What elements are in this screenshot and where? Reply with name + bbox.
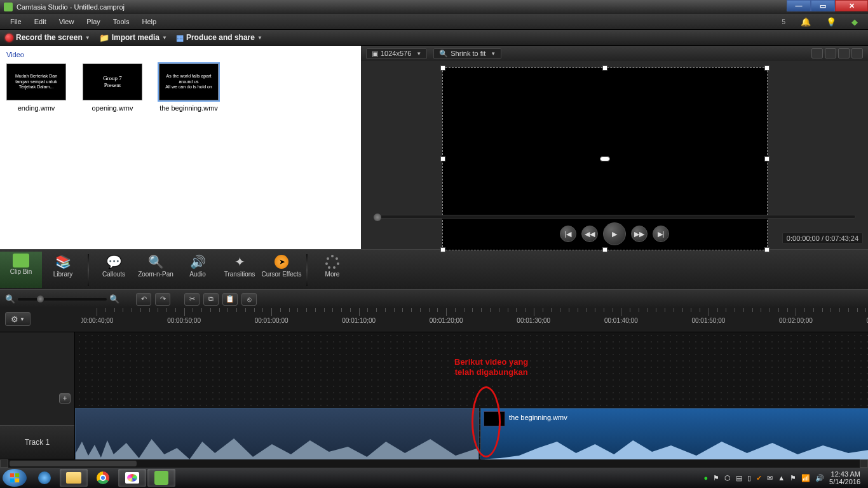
svg-rect-4: [15, 478, 19, 482]
library-icon: 📚: [53, 254, 72, 270]
menu-edit[interactable]: Edit: [28, 17, 53, 27]
timeline-hscroll[interactable]: [0, 459, 868, 468]
clip-bin-panel: Video Mudah Berteriak Dan tangan sempat …: [0, 46, 361, 249]
zoom-out-icon[interactable]: 🔍: [5, 294, 15, 304]
library-button[interactable]: 📚Library: [42, 252, 84, 288]
timeline-clip[interactable]: the beginning.wmv: [480, 408, 868, 461]
menu-play[interactable]: Play: [80, 17, 106, 27]
svg-rect-2: [15, 473, 19, 477]
taskbar-chrome[interactable]: [89, 469, 117, 487]
transitions-icon: ✦: [230, 254, 249, 270]
preview-panel: ▣1024x576▼ 🔍Shrink to fit▼: [361, 46, 868, 249]
add-track-button[interactable]: +: [59, 393, 71, 403]
dimensions-button[interactable]: ▣1024x576▼: [366, 48, 427, 59]
scrubber[interactable]: [373, 215, 856, 219]
clip-bin-button[interactable]: Clip Bin: [0, 252, 42, 288]
track-label[interactable]: Track 1: [0, 425, 74, 459]
tray-icon[interactable]: ✉: [767, 474, 773, 482]
ruler-label: 00:01:50;00: [691, 317, 725, 324]
zoom-in-icon[interactable]: 🔍: [109, 294, 119, 304]
callouts-button[interactable]: 💬Callouts: [93, 252, 135, 288]
resize-handle[interactable]: [602, 65, 607, 71]
timeline-clip[interactable]: [75, 408, 479, 461]
tray-icon[interactable]: ▤: [736, 474, 742, 482]
next-clip-button[interactable]: ▶|: [653, 226, 669, 242]
tray-icon[interactable]: ✔: [756, 474, 762, 482]
play-button[interactable]: ▶: [603, 222, 626, 245]
volume-icon[interactable]: 🔊: [815, 474, 824, 482]
clip-name: ending.wmv: [6, 104, 66, 112]
fullscreen-icon[interactable]: [838, 48, 850, 58]
zoom-pan-button[interactable]: 🔍Zoom-n-Pan: [135, 252, 177, 288]
undo-button[interactable]: ↶: [136, 293, 151, 306]
waveform-icon: [76, 409, 478, 462]
chevron-down-icon: ▼: [85, 35, 90, 41]
tray-icon[interactable]: ▯: [747, 474, 751, 482]
main-content: Video Mudah Berteriak Dan tangan sempat …: [0, 46, 868, 249]
minimize-button[interactable]: —: [787, 0, 811, 11]
timeline-ruler[interactable]: ⚙ ▼ 00:00:40;0000:00:50;0000:01:00;0000:…: [0, 308, 868, 332]
more-button[interactable]: More: [311, 252, 353, 288]
bell-icon[interactable]: 🔔: [794, 16, 817, 28]
clip-name: the beginning.wmv: [159, 104, 219, 112]
pan-icon[interactable]: [811, 48, 823, 58]
record-screen-button[interactable]: Record the screen▼: [5, 33, 90, 42]
resize-handle[interactable]: [440, 156, 445, 161]
step-fwd-button[interactable]: ▶▶: [631, 226, 648, 242]
zoom-slider[interactable]: [18, 298, 107, 301]
taskbar-app[interactable]: [31, 469, 58, 487]
scroll-right-button[interactable]: [860, 459, 868, 468]
rotate-handle[interactable]: [600, 156, 610, 161]
clip-item[interactable]: Mudah Berteriak Dan tangan sempat untuk …: [6, 64, 66, 112]
taskbar: ● ⚑ ⬡ ▤ ▯ ✔ ✉ ▲ ⚑ 📶 🔊 12:43 AM 5/14/2016: [0, 468, 868, 488]
tray-icon[interactable]: ⚑: [713, 474, 719, 482]
clip-item-selected[interactable]: As the world falls apart around us All w…: [159, 64, 219, 112]
tray-icon[interactable]: ▲: [778, 474, 785, 482]
cursor-effects-button[interactable]: ➤Cursor Effects: [261, 252, 302, 288]
track-header-panel: + Track 1: [0, 332, 75, 466]
menu-view[interactable]: View: [53, 17, 81, 27]
separator: [306, 254, 308, 286]
close-button[interactable]: ✕: [835, 0, 868, 11]
taskbar-explorer[interactable]: [60, 469, 88, 487]
clock[interactable]: 12:43 AM 5/14/2016: [829, 470, 860, 485]
paste-button[interactable]: 📋: [222, 293, 238, 306]
taskbar-camtasia[interactable]: [147, 469, 175, 487]
start-button[interactable]: [3, 469, 27, 487]
tray-icon[interactable]: ●: [704, 474, 709, 482]
menu-tools[interactable]: Tools: [107, 17, 136, 27]
taskbar-paint[interactable]: [118, 469, 146, 487]
resize-handle[interactable]: [764, 65, 770, 71]
redo-button[interactable]: ↷: [155, 293, 170, 306]
split-button[interactable]: ⎋: [241, 293, 257, 306]
step-back-button[interactable]: ◀◀: [581, 226, 598, 242]
resize-handle[interactable]: [440, 65, 445, 71]
tray-icon[interactable]: ⬡: [724, 474, 731, 482]
timeline-body[interactable]: + Track 1 the beginning.wmv: [0, 332, 868, 466]
transitions-button[interactable]: ✦Transitions: [219, 252, 261, 288]
maximize-button[interactable]: ▭: [811, 0, 835, 11]
produce-share-button[interactable]: ▦Produce and share▼: [176, 33, 262, 43]
callout-icon: 💬: [104, 254, 123, 270]
menu-file[interactable]: File: [4, 17, 28, 27]
tray-icon[interactable]: ⚑: [790, 474, 796, 482]
audio-button[interactable]: 🔊Audio: [177, 252, 219, 288]
share-icon[interactable]: ◆: [845, 16, 864, 28]
cut-button[interactable]: ✂: [184, 293, 200, 306]
scroll-handle[interactable]: [10, 461, 137, 466]
resize-handle[interactable]: [764, 156, 770, 161]
zoom-level-button[interactable]: 🔍Shrink to fit▼: [433, 48, 501, 59]
record-icon: [5, 34, 13, 42]
menu-help[interactable]: Help: [135, 17, 163, 27]
detach-icon[interactable]: [851, 48, 863, 58]
import-media-button[interactable]: 📁Import media▼: [99, 33, 167, 43]
copy-button[interactable]: ⧉: [203, 293, 219, 306]
scroll-left-button[interactable]: [0, 459, 8, 468]
timeline-options-button[interactable]: ⚙ ▼: [5, 312, 31, 326]
crop-tool-icon[interactable]: [825, 48, 836, 58]
bulb-icon[interactable]: 💡: [820, 16, 843, 28]
prev-clip-button[interactable]: |◀: [560, 226, 576, 242]
title-bar: Camtasia Studio - Untitled.camproj — ▭ ✕: [0, 0, 868, 14]
network-icon[interactable]: 📶: [801, 474, 810, 482]
clip-item[interactable]: Group 7 Present opening.wmv: [83, 64, 142, 112]
